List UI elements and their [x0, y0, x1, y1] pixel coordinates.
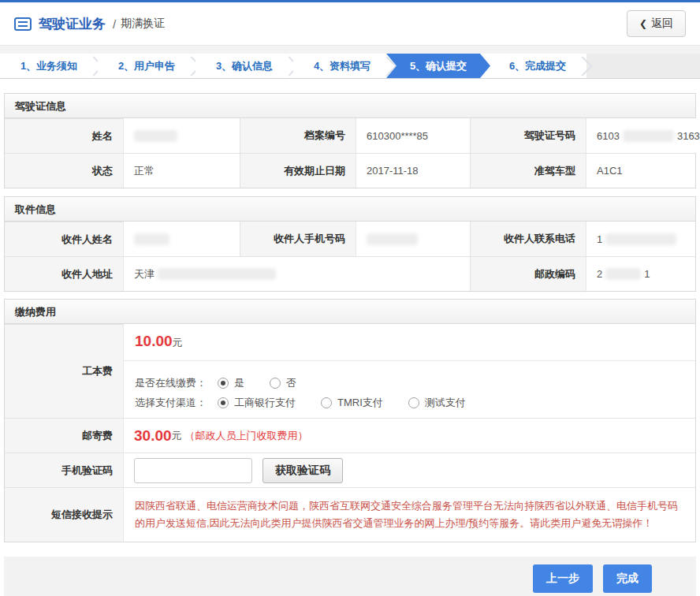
payment-options: 是否在线缴费： 是 否 选择支付渠道： 工商银行支付 — [124, 364, 695, 418]
mailing-fee-unit: 元 — [172, 429, 182, 443]
header-divider-band — [0, 45, 700, 54]
finish-button[interactable]: 完成 — [603, 564, 652, 593]
production-fee-amount-line: 10.00元 — [124, 324, 695, 357]
redacted-recipient-address — [158, 268, 276, 280]
production-fee-value: 10.00元 是否在线缴费： 是 否 选择支付渠道： — [123, 324, 695, 418]
get-sms-code-button[interactable]: 获取验证码 — [262, 458, 343, 483]
status-value: 正常 — [123, 153, 240, 188]
back-chevron-icon: ❮ — [639, 18, 647, 29]
radio-channel-test-label: 测试支付 — [425, 396, 466, 410]
license-business-icon — [14, 17, 32, 31]
radio-unselected-icon[interactable] — [321, 397, 332, 408]
radio-channel-icbc[interactable]: 工商银行支付 — [218, 396, 296, 410]
sms-code-value: 获取验证码 — [123, 453, 695, 487]
payment-channel-question-line: 选择支付渠道： 工商银行支付 TMRI支付 测试支付 — [135, 396, 684, 410]
license-no-suffix: 3163X — [677, 130, 700, 142]
recipient-mobile-value — [356, 222, 470, 256]
license-info-title: 驾驶证信息 — [5, 94, 695, 118]
fees-title: 缴纳费用 — [5, 300, 695, 324]
fees-panel: 缴纳费用 工本费 10.00元 是否在线缴费： 是 否 — [4, 299, 696, 542]
redacted-recipient-phone — [605, 233, 676, 245]
pickup-info-row-1: 收件人姓名 收件人手机号码 收件人联系电话 1 — [5, 222, 695, 256]
status-label: 状态 — [5, 153, 123, 188]
recipient-address-value: 天津 — [123, 256, 470, 291]
vehicle-class-label: 准驾车型 — [470, 153, 586, 188]
recipient-address-prefix: 天津 — [134, 267, 155, 281]
mailing-fee-label: 邮寄费 — [5, 418, 123, 453]
postal-code-label: 邮政编码 — [470, 256, 586, 291]
step-4-fill-materials[interactable]: 4、资料填写 — [293, 54, 391, 78]
sms-code-label: 手机验证码 — [5, 453, 123, 487]
production-fee-unit: 元 — [173, 337, 183, 348]
expiry-label: 有效期止日期 — [240, 153, 356, 188]
production-fee-row: 工本费 10.00元 是否在线缴费： 是 否 — [5, 324, 695, 418]
pickup-info-panel: 取件信息 收件人姓名 收件人手机号码 收件人联系电话 1 收件人地址 天津 邮政… — [4, 196, 696, 292]
production-fee-amount: 10.00 — [135, 333, 173, 349]
breadcrumb-current: 期满换证 — [121, 17, 165, 31]
sms-notice-label: 短信接收提示 — [5, 487, 123, 542]
file-no-value: 610300****85 — [356, 118, 470, 153]
name-label: 姓名 — [5, 118, 123, 153]
step-5-confirm-submit-active[interactable]: 5、确认提交 — [386, 54, 490, 78]
redacted-license-no — [623, 130, 674, 142]
recipient-phone-prefix: 1 — [597, 233, 602, 245]
online-payment-question: 是否在线缴费： — [135, 376, 207, 390]
radio-channel-test[interactable]: 测试支付 — [408, 396, 466, 410]
license-info-row-2: 状态 正常 有效期止日期 2017-11-18 准驾车型 A1C1 — [5, 153, 695, 188]
file-no-label: 档案编号 — [240, 118, 356, 153]
radio-unselected-icon[interactable] — [270, 378, 281, 389]
radio-channel-tmri-label: TMRI支付 — [337, 396, 383, 410]
mailing-fee-row: 邮寄费 30.00元 （邮政人员上门收取费用） — [5, 418, 695, 453]
step-1-business-notice[interactable]: 1、业务须知 — [0, 54, 98, 78]
recipient-phone-label: 收件人联系电话 — [470, 222, 586, 256]
payment-channel-question: 选择支付渠道： — [135, 396, 207, 410]
radio-channel-icbc-label: 工商银行支付 — [234, 396, 296, 410]
back-button-label: 返回 — [651, 17, 673, 31]
vehicle-class-value: A1C1 — [586, 153, 695, 188]
previous-step-button[interactable]: 上一步 — [533, 564, 593, 593]
step-3-confirm-info[interactable]: 3、确认信息 — [195, 54, 293, 78]
license-no-prefix: 6103 — [597, 130, 620, 142]
pickup-info-title: 取件信息 — [5, 197, 695, 222]
radio-online-yes[interactable]: 是 — [218, 376, 244, 390]
step-2-user-declaration[interactable]: 2、用户申告 — [98, 54, 195, 78]
redacted-postal-code — [605, 268, 641, 280]
radio-online-no[interactable]: 否 — [270, 376, 296, 390]
back-button[interactable]: ❮ 返回 — [627, 10, 686, 37]
recipient-mobile-label: 收件人手机号码 — [240, 222, 356, 256]
breadcrumb-separator: / — [113, 17, 116, 31]
step-6-complete-submit[interactable]: 6、完成提交 — [489, 54, 586, 78]
production-fee-label: 工本费 — [5, 324, 123, 418]
sms-notice-row: 短信接收提示 因陕西省联通、电信运营商技术问题，陕西省互联网交通安全综合服务管理… — [5, 487, 695, 542]
redacted-recipient-mobile — [367, 233, 418, 245]
radio-online-yes-label: 是 — [234, 376, 244, 390]
sms-notice-text: 因陕西省联通、电信运营商技术问题，陕西省互联网交通安全综合服务管理平台无法向持陕… — [123, 487, 695, 542]
radio-unselected-icon[interactable] — [408, 397, 419, 408]
license-info-row-1: 姓名 档案编号 610300****85 驾驶证号码 6103 3163X — [5, 118, 695, 153]
pickup-info-row-2: 收件人地址 天津 邮政编码 2 1 — [5, 256, 695, 291]
license-info-panel: 驾驶证信息 姓名 档案编号 610300****85 驾驶证号码 6103 31… — [4, 93, 696, 188]
postal-code-prefix: 2 — [597, 268, 602, 280]
name-value — [123, 118, 240, 153]
sms-code-row: 手机验证码 获取验证码 — [5, 453, 695, 487]
radio-selected-icon[interactable] — [218, 397, 229, 408]
sms-code-input[interactable] — [134, 458, 252, 483]
expiry-value: 2017-11-18 — [356, 153, 470, 188]
recipient-name-label: 收件人姓名 — [5, 222, 123, 256]
redacted-name — [134, 130, 177, 142]
license-no-label: 驾驶证号码 — [470, 118, 586, 153]
radio-online-no-label: 否 — [286, 376, 296, 390]
radio-selected-icon[interactable] — [218, 378, 229, 389]
license-no-value: 6103 3163X — [586, 118, 700, 153]
redacted-recipient-name — [134, 233, 169, 245]
mailing-fee-value: 30.00元 （邮政人员上门收取费用） — [123, 418, 695, 453]
recipient-name-value — [123, 222, 240, 256]
fee-divider — [124, 360, 695, 361]
recipient-phone-value: 1 — [586, 222, 695, 256]
online-payment-question-line: 是否在线缴费： 是 否 — [135, 376, 684, 390]
mailing-fee-note: （邮政人员上门收取费用） — [185, 429, 308, 443]
page-header: 驾驶证业务 / 期满换证 ❮ 返回 — [0, 2, 700, 45]
postal-code-value: 2 1 — [586, 256, 695, 291]
footer-action-bar: 上一步 完成 — [4, 557, 696, 596]
radio-channel-tmri[interactable]: TMRI支付 — [321, 396, 383, 410]
